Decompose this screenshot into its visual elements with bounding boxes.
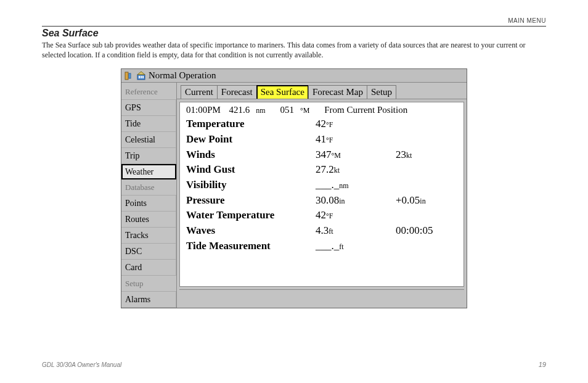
content-footer-gap (179, 289, 464, 305)
sidebar-item-card[interactable]: Card (121, 260, 176, 276)
data-row: Waves4.3ft00:00:05 (186, 223, 457, 239)
sidebar-group-database: Database (121, 179, 176, 196)
data-value-1: ___._ft (316, 239, 396, 254)
sidebar-item-celestial[interactable]: Celestial (121, 132, 176, 148)
svg-marker-3 (137, 72, 145, 75)
data-row: Wind Gust27.2kt (186, 162, 457, 178)
footer-manual-title: GDL 30/30A Owner's Manual (42, 361, 121, 368)
tab-current[interactable]: Current (181, 85, 218, 99)
tab-setup[interactable]: Setup (367, 85, 396, 99)
data-row: Tide Measurement___._ft (186, 239, 457, 254)
main-panel: Current Forecast Sea Surface Forecast Ma… (177, 83, 467, 308)
svg-rect-5 (141, 76, 142, 78)
data-label: Dew Point (186, 132, 316, 147)
sidebar: Reference GPS Tide Celestial Trip Weathe… (121, 83, 177, 308)
data-value-2: +0.05in (396, 193, 426, 208)
sidebar-group-reference: Reference (121, 84, 176, 100)
data-row: Dew Point41°F (186, 132, 457, 147)
data-value-1: 41°F (316, 132, 396, 147)
data-value-1: 347°M (316, 147, 396, 163)
meta-time: 01:00PM (186, 105, 221, 115)
sidebar-item-tide[interactable]: Tide (121, 116, 176, 132)
svg-rect-4 (139, 76, 140, 78)
sidebar-item-routes[interactable]: Routes (121, 212, 176, 228)
tab-sea-surface[interactable]: Sea Surface (256, 85, 309, 99)
data-value-1: 42°F (316, 208, 396, 223)
content-area: 01:00PM 421.6nm 051°M From Current Posit… (179, 102, 464, 287)
meta-distance: 421.6nm (229, 105, 272, 115)
footer-page-number: 19 (539, 361, 546, 368)
sidebar-item-alarms[interactable]: Alarms (121, 292, 176, 308)
header-rule (42, 26, 546, 27)
tabs: Current Forecast Sea Surface Forecast Ma… (177, 83, 467, 99)
data-value-1: ___._nm (316, 178, 396, 193)
tools-icon (124, 71, 134, 81)
svg-rect-6 (142, 76, 144, 78)
sidebar-item-weather[interactable]: Weather (121, 164, 176, 179)
data-value-2: 23kt (396, 147, 412, 163)
titlebar: Normal Operation (121, 69, 467, 83)
building-icon (136, 71, 146, 81)
data-label: Waves (186, 223, 316, 239)
section-title: Sea Surface (42, 28, 546, 39)
data-row: Visibility___._nm (186, 178, 457, 193)
data-value-1: 30.08in (316, 193, 396, 208)
svg-rect-0 (125, 72, 128, 80)
data-row: Temperature42°F (186, 117, 457, 132)
data-label: Water Temperature (186, 208, 316, 223)
device-screenshot: Normal Operation Reference GPS Tide Cele… (121, 68, 467, 308)
tab-forecast[interactable]: Forecast (217, 85, 257, 99)
data-row: Water Temperature42°F (186, 208, 457, 223)
sidebar-item-points[interactable]: Points (121, 196, 176, 212)
data-value-1: 27.2kt (316, 162, 396, 178)
titlebar-text: Normal Operation (149, 70, 216, 81)
data-label: Pressure (186, 193, 316, 208)
data-row: Winds347°M23kt (186, 147, 457, 163)
meta-row: 01:00PM 421.6nm 051°M From Current Posit… (186, 105, 457, 115)
data-label: Visibility (186, 178, 316, 193)
tab-forecast-map[interactable]: Forecast Map (308, 85, 367, 99)
sidebar-group-setup: Setup (121, 276, 176, 292)
data-value-1: 4.3ft (316, 223, 396, 239)
data-value-1: 42°F (316, 117, 396, 132)
meta-from: From Current Position (324, 105, 407, 115)
header-main-menu: MAIN MENU (508, 17, 546, 24)
sidebar-item-trip[interactable]: Trip (121, 148, 176, 164)
data-value-2: 00:00:05 (396, 223, 433, 239)
data-label: Tide Measurement (186, 239, 316, 254)
meta-bearing: 051°M (280, 105, 316, 115)
data-row: Pressure30.08in+0.05in (186, 193, 457, 208)
sidebar-item-gps[interactable]: GPS (121, 100, 176, 116)
data-label: Temperature (186, 117, 316, 132)
section-body-text: The Sea Surface sub tab provides weather… (42, 40, 546, 60)
data-label: Wind Gust (186, 162, 316, 178)
svg-rect-1 (129, 73, 131, 78)
sidebar-item-dsc[interactable]: DSC (121, 244, 176, 260)
data-label: Winds (186, 147, 316, 163)
sidebar-item-tracks[interactable]: Tracks (121, 228, 176, 244)
